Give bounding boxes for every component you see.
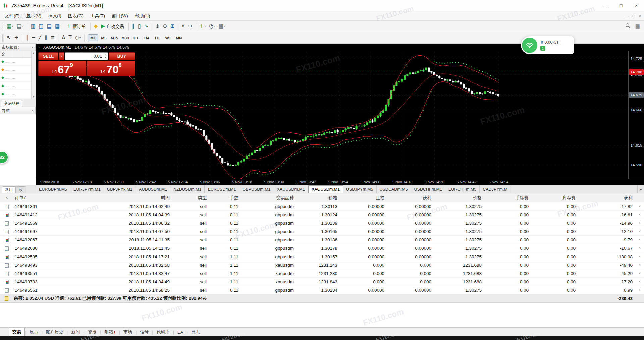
terminal-tab-账户历史[interactable]: 账户历史 [43,328,67,336]
column-header-swap[interactable]: 库存费 [533,193,580,202]
chart-tab-AUDUSDm,M1[interactable]: AUDUSDm,M1 [136,185,170,193]
zoom-in-button[interactable]: ⊕ [154,22,161,31]
chart-tab-GBPJPYk,M1[interactable]: GBPJPYk,M1 [104,185,136,193]
close-order-button[interactable]: × [638,286,641,294]
spin-down-icon[interactable]: ▾ [105,56,106,59]
close-button[interactable]: × [629,0,644,11]
column-header-profit[interactable]: 获利 [580,193,644,202]
close-order-button[interactable]: × [638,278,641,286]
close-order-button[interactable]: × [638,219,641,227]
market-watch-scrollbar[interactable]: ▲ ▼ [31,51,36,99]
timeframe-h1[interactable]: H1 [131,34,141,41]
buy-button[interactable]: BUY [109,52,135,60]
bid-price-display[interactable]: 14 67 9 [38,61,86,76]
order-row[interactable]: 1464913012018.11.05 14:02:49sell0.11gbpu… [0,202,644,211]
market-watch-close-icon[interactable]: × [32,45,34,49]
close-order-button[interactable]: × [638,244,641,252]
terminal-tab-市场[interactable]: 市场 [120,328,136,336]
profiles-button[interactable]: ▤▾ [15,22,25,31]
timeframe-mn[interactable]: MN [174,34,184,41]
toolbar-drag-handle[interactable] [2,23,3,30]
navigator-close-icon[interactable]: × [32,109,34,113]
order-row[interactable]: 1464914122018.11.05 14:04:39sell0.11gbpu… [0,211,644,219]
sell-dropdown-icon[interactable]: ▾ [59,52,64,60]
menu-item-6[interactable]: 帮助(H) [131,12,154,20]
search-icon[interactable] [625,23,631,30]
price-axis[interactable]: 14.72514.70514.66014.61514.59014.70814.6… [628,51,644,179]
column-header-take-profit[interactable]: 获利 [389,193,436,202]
collapse-icon[interactable]: ▴ [38,46,40,49]
sell-button[interactable]: SELL [38,52,58,60]
autotrading-button[interactable]: ▶自动交易 [100,22,126,31]
network-overlay[interactable]: ⇵ 0.00K/s 1 [521,36,574,54]
notification-badge[interactable]: 1 [540,46,545,51]
chart-tab-XAUUSDm,M1[interactable]: XAUUSDm,M1 [274,185,308,193]
line-chart-button[interactable]: ∿ [143,22,150,31]
timeframe-m1[interactable]: M1 [88,34,98,41]
templates-button[interactable]: ▨▾ [217,22,227,31]
candlestick-chart-button[interactable]: ▯ [137,22,142,31]
lot-size-value[interactable]: 0.01 [65,53,103,60]
terminal-tab-EA[interactable]: EA [174,329,186,336]
close-order-button[interactable]: × [638,236,641,244]
close-order-button[interactable]: × [638,211,641,219]
tab-scroll-right-icon[interactable]: ▶ [637,185,644,193]
close-order-button[interactable]: × [638,261,641,269]
column-header-open-price[interactable]: 价格 [299,193,342,202]
market-watch-row[interactable]: ◆…… [0,74,36,82]
equidistant-channel-button[interactable]: ∥ [43,34,49,42]
order-row[interactable]: 1464935512018.11.05 14:33:47sell1.11xauu… [0,269,644,278]
close-order-button[interactable]: × [638,227,641,235]
menu-item-5[interactable]: 窗口(W) [108,12,131,20]
periods-button[interactable]: ◔▾ [208,22,217,31]
close-terminal-button[interactable]: × [0,193,13,202]
chart-tab-CADJPYm,M[interactable]: CADJPYm,M [480,185,511,193]
close-order-button[interactable]: × [638,202,641,210]
menu-item-4[interactable]: 工具(T) [87,12,108,20]
zoom-out-button[interactable]: ⊖ [162,22,169,31]
scroll-up-icon[interactable]: ▲ [33,52,35,54]
chart-tab-GBPUSDm,M1[interactable]: GBPUSDm,M1 [239,185,274,193]
order-row[interactable]: 1464934932018.11.05 14:32:58sell1.11xauu… [0,261,644,269]
tile-windows-button[interactable]: ⊞ [169,22,176,31]
spin-up-icon[interactable]: ▴ [105,54,106,56]
order-row[interactable]: 1464925352018.11.05 14:17:21sell1.11gbpu… [0,252,644,261]
scroll-down-icon[interactable]: ▼ [33,96,35,98]
child-restore-button[interactable]: □ [633,14,635,18]
navigator-tab-0[interactable]: 常用 [2,186,16,193]
terminal-tab-警报[interactable]: 警报 [85,328,100,336]
order-row[interactable]: 1464916972018.11.05 14:07:50sell0.11gbpu… [0,227,644,236]
order-row[interactable]: 1464937032018.11.05 14:34:49sell1.11xauu… [0,278,644,286]
navigator-tab-1[interactable]: 收 [16,186,26,193]
toolbar-drag-handle[interactable] [2,34,3,42]
timeframe-m30[interactable]: M30 [120,34,130,41]
lot-spinner[interactable]: ▴ ▾ [103,53,108,60]
column-header-order-symbol[interactable]: 交易品种 [243,193,299,202]
child-minimize-button[interactable]: — [625,14,629,18]
chart-canvas[interactable]: 14.72514.70514.66014.61514.59014.70814.6… [36,51,644,179]
terminal-button[interactable]: ▦ [54,22,61,31]
column-header-commission[interactable]: 手续费 [486,193,533,202]
tab-symbols[interactable]: 交易品种 [1,100,22,107]
shapes-button[interactable]: ◇▾ [74,34,83,42]
maximize-button[interactable]: □ [613,0,629,11]
horizontal-line-button[interactable]: ─ [31,34,36,42]
data-window-button[interactable]: ◫ [38,22,45,31]
column-header-lots[interactable]: 手数 [211,193,243,202]
terminal-tab-代码库[interactable]: 代码库 [153,328,173,336]
terminal-tab-日志[interactable]: 日志 [188,328,203,336]
edge-tool-icon[interactable]: ▣ [635,24,640,29]
order-row[interactable]: 1464955612018.11.05 14:58:25sell0.11gbpu… [0,286,644,294]
timeframe-w1[interactable]: W1 [163,34,173,41]
column-header-open-time[interactable]: 时间 [64,193,174,202]
market-watch-button[interactable]: ▥ [29,22,37,31]
metaeditor-button[interactable]: ◆ [93,22,99,31]
chart-tab-EURJPYm,M1[interactable]: EURJPYm,M1 [70,185,104,193]
terminal-tab-信号[interactable]: 信号 [137,328,152,336]
timeframe-d1[interactable]: D1 [152,34,162,41]
trend-line-button[interactable]: ╱ [37,34,43,42]
menu-item-2[interactable]: 插入(I) [45,12,65,20]
chart-shift-button[interactable]: ↦ [187,22,194,31]
new-order-button[interactable]: +新订单 [65,22,88,31]
column-header-order-id[interactable]: 订单 ∕ [13,193,64,202]
